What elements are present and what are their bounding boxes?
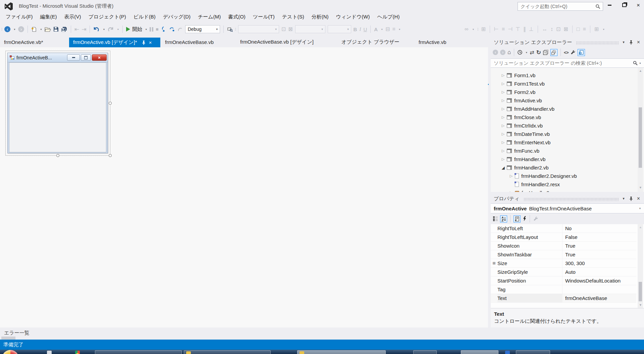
property-row[interactable]: RightToLeftNo [491, 224, 636, 233]
expander-icon[interactable]: ▷ [499, 123, 507, 128]
error-list-tab[interactable]: エラー一覧 [4, 330, 30, 336]
menu-window[interactable]: ウィンドウ(W) [332, 14, 374, 20]
taskbar-window-button[interactable] [95, 350, 182, 354]
tree-item-frmHandler2-class[interactable]: ▷frmHandler2 [491, 189, 644, 192]
show-all-files-button-active[interactable] [550, 49, 557, 56]
menu-tools[interactable]: ツール(T) [249, 14, 278, 20]
property-pages-disabled-icon[interactable] [533, 216, 538, 221]
tab-frmOneActiveBase-design[interactable]: frmOneActiveBase.vb [デザイン] [236, 38, 343, 46]
back-icon[interactable]: ‹ [493, 50, 498, 55]
tree-item-frmCtrlIdx[interactable]: ▷frmCtrlIdx.vb [491, 121, 644, 130]
tree-item-frmHandler2[interactable]: ◢frmHandler2.vb [491, 163, 644, 172]
designed-form-client-area[interactable] [9, 62, 106, 152]
menu-test[interactable]: テスト(S) [278, 14, 308, 20]
window-position-dropdown-icon[interactable]: ▼ [622, 197, 625, 200]
find-combo-disabled[interactable]: ▼ [238, 25, 279, 33]
bold-icon[interactable]: B [354, 27, 357, 32]
toolbar-grip[interactable]: ⁞ [477, 27, 478, 31]
menu-edit[interactable]: 編集(E) [37, 14, 61, 20]
size-to-grid-disabled-icon[interactable]: ⊠ [564, 27, 568, 32]
pin-icon[interactable] [629, 40, 633, 45]
collapse-all-icon[interactable] [543, 50, 548, 55]
step-out-icon[interactable] [177, 27, 183, 32]
expander-icon[interactable]: ▷ [499, 82, 507, 86]
quick-launch-input[interactable] [518, 4, 595, 9]
expander-icon[interactable]: ▷ [499, 140, 507, 145]
expander-icon[interactable]: ▷ [499, 115, 507, 119]
property-row[interactable]: Tag [491, 285, 636, 294]
object-combo-dropdown-icon[interactable]: ▼ [639, 207, 641, 210]
tree-item-frmFunc[interactable]: ▷frmFunc.vb [491, 147, 644, 155]
property-row[interactable]: ShowInTaskbarTrue [491, 250, 636, 259]
taskbar-window-button-active[interactable] [297, 350, 386, 354]
toolbar-grip[interactable]: ⁞ [1, 27, 2, 31]
tree-item-frmDateTime[interactable]: ▷frmDateTime.vb [491, 130, 644, 138]
taskbar-window-button[interactable] [516, 350, 550, 354]
start-button[interactable] [2, 350, 19, 354]
bring-to-front-disabled-icon[interactable]: ⊞ [594, 27, 599, 32]
property-row-text-selected[interactable]: TextfrmOneActiveBase [491, 294, 636, 303]
tree-item-frmAddHandler[interactable]: ▷frmAddHandler.vb [491, 105, 644, 113]
properties-wrench-icon[interactable] [570, 50, 576, 55]
align-text-dropdown-icon[interactable]: ▼ [398, 28, 401, 31]
indent-right-disabled-icon[interactable]: ⇥ [82, 27, 86, 32]
tab-frmActive-code[interactable]: frmActive.vb [416, 38, 469, 46]
menu-team[interactable]: チーム(M) [194, 14, 224, 20]
home-icon[interactable]: ⌂ [507, 49, 511, 56]
link-styles-disabled-icon[interactable]: ∞ [465, 27, 468, 32]
italic-icon[interactable]: I [359, 27, 361, 32]
save-icon[interactable] [53, 27, 59, 32]
refresh-icon[interactable]: ↻ [536, 49, 541, 56]
form-designer-surface[interactable]: frmOneActiveB... × [0, 47, 488, 327]
taskbar-icon[interactable] [75, 351, 80, 354]
view-code-icon[interactable]: < > [564, 50, 568, 55]
tree-item-frmClose[interactable]: ▷frmClose.vb [491, 113, 644, 121]
underline-icon[interactable]: U [363, 27, 367, 32]
resize-handle-bottom[interactable] [56, 154, 59, 157]
form-maximize-button[interactable] [81, 54, 91, 61]
properties-header[interactable]: プロパティ ▼ × [491, 194, 644, 203]
pin-icon[interactable] [629, 196, 633, 201]
property-row-size[interactable]: ⊞Size300, 300 [491, 259, 636, 268]
taskbar-icon[interactable] [505, 351, 510, 354]
designed-form[interactable]: frmOneActiveB... × [7, 53, 108, 153]
form-minimize-button[interactable] [67, 54, 80, 61]
alphabetical-sort-button-active[interactable] [500, 215, 507, 222]
expander-icon[interactable]: ▷ [499, 132, 507, 136]
taskbar-window-button[interactable] [461, 350, 498, 354]
toolbar-grip[interactable]: ⁞ [235, 27, 236, 31]
taskbar-window-button[interactable] [413, 350, 437, 354]
expander-icon[interactable]: ◢ [499, 165, 507, 170]
menu-analyze[interactable]: 分析(N) [308, 14, 332, 20]
menu-project[interactable]: プロジェクト(P) [85, 14, 130, 20]
new-file-dropdown-icon[interactable]: ▼ [40, 28, 42, 31]
step-over-icon[interactable] [169, 27, 175, 32]
redo-icon[interactable] [107, 27, 114, 32]
tree-item-Form1Test[interactable]: ▷Form1Test.vb [491, 80, 644, 88]
save-all-icon[interactable] [61, 27, 67, 32]
menu-file[interactable]: ファイル(F) [2, 14, 37, 20]
expander-icon[interactable]: ▷ [507, 174, 515, 178]
search-icon[interactable] [633, 61, 638, 65]
same-width-disabled-icon[interactable]: ↔ [542, 27, 547, 32]
solution-search-input[interactable] [491, 60, 633, 66]
close-panel-icon[interactable]: × [637, 39, 640, 45]
match-case-disabled-icon[interactable]: ⊠ [288, 27, 292, 32]
tab-object-browser[interactable]: オブジェクト ブラウザー [339, 38, 423, 46]
quick-launch-box[interactable] [518, 2, 603, 11]
undo-icon[interactable] [93, 27, 100, 32]
horizontal-spacing-disabled-icon[interactable]: □ [577, 27, 580, 32]
scroll-down-icon[interactable]: ▼ [639, 186, 642, 189]
vertical-spacing-disabled-icon[interactable]: ≡ [583, 27, 586, 32]
menu-help[interactable]: ヘルプ(H) [374, 14, 404, 20]
panel-drag-texture[interactable] [576, 41, 619, 45]
align-rights-disabled-icon[interactable]: ⊣ [508, 27, 513, 32]
font-size-combo-disabled[interactable]: ▼ [328, 25, 351, 33]
events-icon[interactable] [523, 216, 527, 221]
find-in-files-icon[interactable] [227, 27, 233, 32]
scrollbar-thumb[interactable] [639, 282, 642, 301]
panel-drag-texture[interactable] [524, 198, 619, 201]
error-list-grip[interactable] [1, 337, 15, 340]
same-size-disabled-icon[interactable]: ⊡ [556, 27, 560, 32]
forward-icon[interactable]: › [500, 50, 505, 55]
